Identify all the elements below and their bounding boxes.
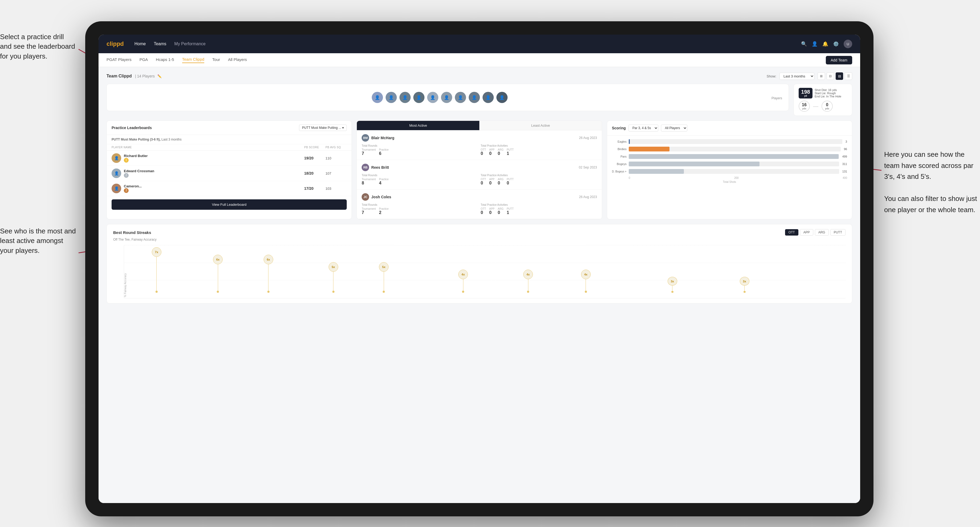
- shot-circles: 16 yds — 0 yds: [799, 101, 847, 112]
- activity-date-3: 26 Aug 2023: [579, 195, 597, 199]
- view-card-icon[interactable]: ▤: [836, 72, 843, 80]
- bar-track-pars: [629, 154, 839, 159]
- total-rounds-label-2: Total Rounds: [362, 174, 478, 177]
- player-avatar-1[interactable]: 👤: [372, 92, 383, 103]
- tab-least-active[interactable]: Least Active: [479, 121, 602, 130]
- player-avatar-4[interactable]: 👤: [413, 92, 425, 103]
- view-list-icon[interactable]: ☰: [845, 72, 852, 80]
- total-rounds-label-1: Total Rounds: [362, 144, 478, 147]
- bar-row-dbogeys: D. Bogeys + 131: [612, 169, 847, 174]
- leaderboard-header-row: Practice Leaderboards PUTT Must Make Put…: [107, 121, 352, 135]
- search-icon[interactable]: 🔍: [801, 41, 807, 47]
- show-label: Show:: [767, 74, 776, 78]
- subnav-pgat[interactable]: PGAT Players: [107, 57, 132, 63]
- app-stat-3: APP 0: [489, 207, 495, 215]
- leaderboard-subtitle: PUTT Must Make Putting (3-6 ft), Last 3 …: [107, 135, 352, 144]
- shot-info: Shot Dist: 16 yds Start Lie: Rough End L…: [815, 88, 841, 98]
- view-grid2-icon[interactable]: ⊟: [827, 72, 834, 80]
- player-thumb-3: 👤: [111, 184, 121, 193]
- nav-link-home[interactable]: Home: [135, 41, 146, 46]
- subnav-teamclippd[interactable]: Team Clippd: [182, 57, 204, 63]
- streak-line-3: [268, 264, 269, 290]
- shot-left-circle: 16 yds: [799, 101, 810, 112]
- bar-label-birdies: Birdies: [612, 148, 627, 151]
- bar-track-dbogeys: [629, 169, 839, 174]
- streak-bubble-2: 6x: [213, 255, 223, 264]
- streaks-btn-putt[interactable]: PUTT: [830, 229, 845, 236]
- view-icons: ⊞ ⊟ ▤ ☰: [818, 72, 852, 80]
- bar-track-bogeys: [629, 162, 839, 167]
- streak-bubble-6: 4x: [458, 270, 468, 279]
- player-thumb-2: 👤: [111, 168, 121, 178]
- show-control: Show: Last 3 months Last 6 months Last 1…: [767, 72, 852, 80]
- show-select[interactable]: Last 3 months Last 6 months Last 12 mont…: [780, 73, 815, 80]
- streak-line-8: [585, 279, 586, 291]
- putt-stat-1: PUTT 1: [507, 148, 514, 156]
- streak-line-6: [463, 279, 463, 291]
- annotation-left-bottom: See who is the most and least active amo…: [0, 226, 77, 255]
- scoring-header: Scoring Par 3, 4 & 5s Par 3s Par 4s Par …: [607, 121, 852, 135]
- streak-dot-3: [267, 290, 269, 293]
- streaks-buttons: OTT APP ARG PUTT: [785, 229, 845, 236]
- player-avatar-3[interactable]: 👤: [399, 92, 410, 103]
- edit-icon[interactable]: ✏️: [158, 74, 162, 78]
- streak-dot-4: [332, 290, 334, 293]
- scoring-card: Scoring Par 3, 4 & 5s Par 3s Par 4s Par …: [607, 121, 852, 219]
- player-avatar-2[interactable]: 👤: [386, 92, 397, 103]
- activity-player-name-1: BM Blair McHarg: [362, 134, 394, 141]
- tablet-screen: clippd Home Teams My Performance 🔍 👤 🔔 ⚙…: [99, 35, 860, 503]
- activity-player-name-2: RB Rees Britt: [362, 163, 389, 171]
- streak-bubble-4: 5x: [329, 262, 338, 272]
- bar-value-eagles: 3: [845, 140, 847, 143]
- tablet-device: clippd Home Teams My Performance 🔍 👤 🔔 ⚙…: [85, 21, 873, 516]
- player-avatar-8[interactable]: 👤: [469, 92, 480, 103]
- subnav-tour[interactable]: Tour: [212, 57, 220, 63]
- subnav-pga[interactable]: PGA: [140, 57, 148, 63]
- streak-pin-5: 5x: [379, 262, 388, 293]
- streaks-btn-app[interactable]: APP: [800, 229, 813, 236]
- par-filter[interactable]: Par 3, 4 & 5s Par 3s Par 4s Par 5s: [628, 125, 658, 132]
- streaks-btn-arg[interactable]: ARG: [815, 229, 829, 236]
- streak-pin-2: 6x: [213, 255, 223, 293]
- person-icon[interactable]: 👤: [812, 41, 818, 47]
- player-name-rank-3: Cameron... 3: [124, 184, 142, 193]
- streaks-title: Best Round Streaks: [113, 230, 151, 235]
- player-avatar-9[interactable]: 👤: [482, 92, 494, 103]
- tab-most-active[interactable]: Most Active: [357, 121, 479, 130]
- activity-player-header-2: RB Rees Britt 02 Sep 2023: [362, 163, 597, 171]
- streak-pin-8: 4x: [581, 270, 591, 293]
- activity-avatar-2: RB: [362, 163, 369, 171]
- annotation-right: Here you can see how the team have score…: [884, 149, 980, 216]
- player-avatar-10[interactable]: 👤: [496, 92, 508, 103]
- drill-selector[interactable]: PUTT Must Make Putting ... ▾: [299, 125, 347, 131]
- arg-stat-1: ARG 0: [498, 148, 504, 156]
- player-info-2: 👤 Edward Crossman 2: [111, 168, 304, 178]
- player-avatar-7[interactable]: 👤: [455, 92, 466, 103]
- view-grid-icon[interactable]: ⊞: [818, 72, 825, 80]
- subnav-allplayers[interactable]: All Players: [228, 57, 247, 63]
- player-avatar-6[interactable]: 👤: [441, 92, 452, 103]
- player-avatar-5[interactable]: 👤: [427, 92, 438, 103]
- streaks-btn-ott[interactable]: OTT: [785, 229, 799, 236]
- activity-player-3: JC Josh Coles 26 Aug 2023 Total Rounds T…: [357, 189, 601, 219]
- streak-bubble-8: 4x: [581, 270, 591, 279]
- bell-icon[interactable]: 🔔: [822, 41, 828, 47]
- user-avatar[interactable]: U: [844, 40, 852, 48]
- main-content: Team Clippd | 14 Players ✏️ Show: Last 3…: [99, 67, 860, 503]
- add-team-button[interactable]: Add Team: [826, 56, 852, 64]
- total-rounds-group-3: Total Rounds Tournament 7 Practice 2: [362, 203, 478, 215]
- nav-link-myperformance[interactable]: My Performance: [174, 41, 205, 46]
- shot-distance: 198 yd Shot Dist: 16 yds Start Lie: Roug…: [799, 88, 847, 98]
- leaderboard-col-headers: PLAYER NAME PB SCORE PB AVG SQ: [107, 144, 352, 151]
- total-rounds-group-1: Total Rounds Tournament 7 Practice 6: [362, 144, 478, 156]
- leaderboard-row-2: 👤 Edward Crossman 2 18/20 107: [107, 166, 352, 181]
- settings-icon[interactable]: ⚙️: [833, 41, 839, 47]
- ott-stat-3: OTT 0: [481, 207, 486, 215]
- shot-end: End Lie: In The Hole: [815, 95, 841, 98]
- view-leaderboard-button[interactable]: View Full Leaderboard: [111, 199, 347, 210]
- player-filter[interactable]: All Players: [661, 125, 687, 132]
- subnav-hcaps[interactable]: Hcaps 1-5: [156, 57, 174, 63]
- rounds-cols-3: Tournament 7 Practice 2: [362, 207, 478, 215]
- streak-line-7: [528, 279, 528, 291]
- nav-link-teams[interactable]: Teams: [154, 41, 166, 46]
